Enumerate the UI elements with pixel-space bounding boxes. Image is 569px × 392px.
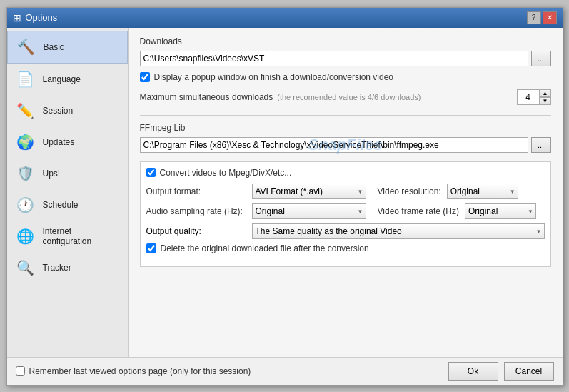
schedule-icon: 🕐 [14, 194, 37, 216]
sidebar-item-session[interactable]: ✏️ Session [7, 95, 128, 126]
convert-section: Convert videos to Mpeg/DivX/etc... Outpu… [140, 161, 551, 267]
output-quality-row: Output quality: The Same quality as the … [146, 223, 545, 239]
dialog-footer: Remember last viewed options page (only … [7, 357, 563, 385]
session-icon: ✏️ [14, 99, 37, 122]
convert-checkbox[interactable] [146, 168, 156, 177]
sidebar-item-updates[interactable]: 🌍 Updates [7, 126, 128, 158]
divider-1 [140, 115, 551, 116]
sidebar-item-internet[interactable]: 🌐 Internet configuration [7, 221, 128, 252]
output-format-wrap: AVI Format (*.avi) [252, 184, 366, 199]
title-bar-left: ⊞ Options [13, 12, 58, 24]
video-frame-select[interactable]: Original [465, 203, 536, 219]
close-button[interactable]: ✕ [543, 11, 557, 24]
audio-sampling-wrap: Original [252, 203, 366, 219]
video-resolution-select[interactable]: Original [447, 184, 518, 199]
tracker-icon: 🔍 [14, 256, 37, 279]
cancel-button[interactable]: Cancel [504, 362, 554, 381]
max-dl-input[interactable] [517, 89, 540, 105]
popup-label: Display a popup window on finish a downl… [154, 72, 394, 82]
delete-original-row: Delete the original downloaded file afte… [146, 243, 545, 253]
max-dl-label: Maximum simultaneous downloads [140, 92, 273, 102]
delete-original-checkbox[interactable] [146, 243, 156, 253]
max-downloads-row: Maximum simultaneous downloads (the reco… [140, 89, 551, 105]
convert-header: Convert videos to Mpeg/DivX/etc... [146, 168, 545, 178]
output-quality-wrap: The Same quality as the original Video [252, 223, 545, 239]
download-path-row: ... [140, 51, 551, 66]
spin-down-btn[interactable]: ▼ [540, 97, 551, 105]
sidebar-label-session: Session [43, 106, 74, 116]
sidebar-item-schedule[interactable]: 🕐 Schedule [7, 189, 128, 221]
downloads-section-label: Downloads [140, 36, 551, 46]
updates-icon: 🌍 [14, 131, 37, 154]
popup-checkbox-row: Display a popup window on finish a downl… [140, 72, 551, 82]
max-dl-spinbox: ▲ ▼ [517, 89, 551, 105]
title-bar-buttons: ? ✕ [527, 11, 557, 24]
sidebar-label-updates: Updates [43, 137, 75, 147]
help-button[interactable]: ? [527, 11, 541, 24]
sidebar-label-schedule: Schedule [43, 200, 79, 210]
max-dl-hint: (the recomended value is 4/6 downloads) [277, 93, 421, 101]
sidebar-label-tracker: Tracker [43, 263, 71, 273]
spin-arrows: ▲ ▼ [540, 89, 551, 105]
audio-row: Audio sampling rate (Hz): Original Video… [146, 203, 545, 219]
spin-up-btn[interactable]: ▲ [540, 89, 551, 97]
dialog-content: 🔨 Basic 📄 Language ✏️ Session 🌍 Updates … [7, 28, 563, 357]
app-icon: ⊞ [13, 12, 21, 24]
sidebar: 🔨 Basic 📄 Language ✏️ Session 🌍 Updates … [7, 28, 129, 357]
audio-sampling-label: Audio sampling rate (Hz): [146, 206, 246, 216]
ffmpeg-browse-btn[interactable]: ... [531, 137, 551, 153]
output-format-label: Output format: [146, 186, 246, 196]
video-frame-wrap: Original [465, 203, 536, 219]
audio-sampling-select[interactable]: Original [252, 203, 366, 219]
sidebar-label-language: Language [43, 74, 81, 84]
convert-label: Convert videos to Mpeg/DivX/etc... [160, 168, 292, 178]
ffmpeg-path-input[interactable] [140, 137, 528, 153]
sidebar-item-tracker[interactable]: 🔍 Tracker [7, 252, 128, 283]
options-dialog: ⊞ Options ? ✕ 🔨 Basic 📄 Language ✏️ Sess… [6, 7, 563, 386]
dialog-title: Options [26, 12, 58, 23]
remember-label: Remember last viewed options page (only … [29, 366, 251, 376]
popup-checkbox[interactable] [140, 72, 150, 82]
footer-checkbox-row: Remember last viewed options page (only … [16, 366, 448, 376]
ffmpeg-section-label: FFmpeg Lib [140, 123, 551, 133]
video-resolution-wrap: Original [447, 184, 518, 199]
output-format-select[interactable]: AVI Format (*.avi) [252, 184, 366, 199]
sidebar-item-basic[interactable]: 🔨 Basic [7, 31, 128, 64]
download-browse-btn[interactable]: ... [531, 51, 551, 66]
sidebar-label-internet: Internet configuration [43, 226, 121, 246]
delete-original-label: Delete the original downloaded file afte… [161, 243, 369, 253]
download-path-input[interactable] [140, 51, 528, 66]
ok-button[interactable]: Ok [448, 362, 498, 381]
footer-buttons: Ok Cancel [448, 362, 554, 381]
sidebar-item-ups[interactable]: 🛡️ Ups! [7, 158, 128, 189]
ffmpeg-section: FFmpeg Lib ... SnapFiles [140, 123, 551, 153]
main-panel: Downloads ... Display a popup window on … [129, 28, 563, 357]
ups-icon: 🛡️ [14, 162, 37, 185]
ffmpeg-path-area: ... SnapFiles [140, 137, 551, 153]
video-resolution-label: Video resolution: [378, 186, 441, 196]
format-row: Output format: AVI Format (*.avi) Video … [146, 184, 545, 199]
internet-icon: 🌐 [14, 225, 37, 248]
language-icon: 📄 [14, 68, 37, 91]
remember-checkbox[interactable] [16, 366, 25, 376]
title-bar: ⊞ Options ? ✕ [7, 8, 563, 28]
sidebar-label-ups: Ups! [43, 169, 61, 179]
basic-icon: 🔨 [15, 36, 38, 59]
output-quality-select[interactable]: The Same quality as the original Video [252, 223, 545, 239]
sidebar-label-basic: Basic [44, 42, 64, 52]
video-frame-label: Video frame rate (Hz) [378, 206, 460, 216]
output-quality-label: Output quality: [146, 226, 246, 236]
sidebar-item-language[interactable]: 📄 Language [7, 64, 128, 95]
